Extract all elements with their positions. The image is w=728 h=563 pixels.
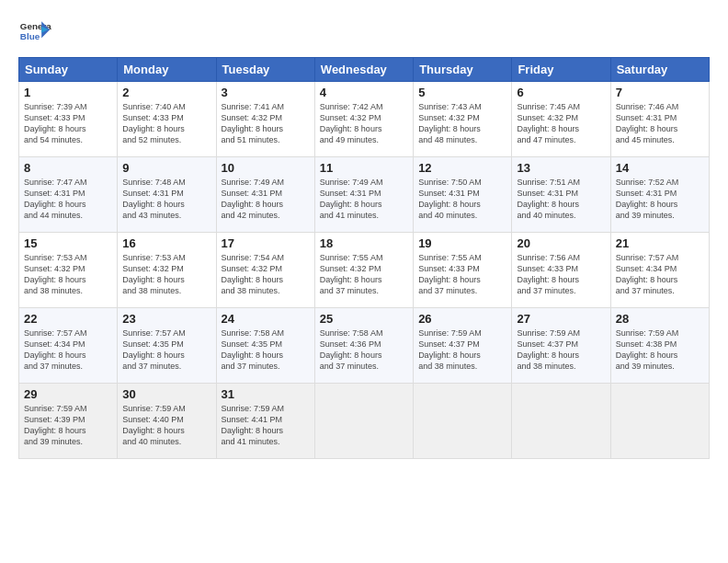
cell-info: Sunrise: 7:39 AMSunset: 4:33 PMDaylight:… (24, 101, 112, 146)
calendar-cell: 23Sunrise: 7:57 AMSunset: 4:35 PMDayligh… (118, 308, 216, 384)
day-number: 22 (24, 312, 112, 326)
calendar-table: SundayMondayTuesdayWednesdayThursdayFrid… (18, 57, 710, 459)
day-number: 1 (24, 86, 112, 99)
calendar-cell: 28Sunrise: 7:59 AMSunset: 4:38 PMDayligh… (610, 308, 709, 384)
calendar-cell: 10Sunrise: 7:49 AMSunset: 4:31 PMDayligh… (216, 157, 314, 233)
day-number: 25 (320, 312, 408, 326)
day-number: 18 (320, 236, 408, 250)
cell-info: Sunrise: 7:58 AMSunset: 4:36 PMDaylight:… (320, 327, 408, 373)
day-number: 26 (418, 312, 506, 326)
cell-info: Sunrise: 7:53 AMSunset: 4:32 PMDaylight:… (122, 252, 210, 297)
weekday-header-wednesday: Wednesday (314, 58, 413, 82)
day-number: 19 (418, 236, 506, 250)
day-number: 29 (24, 387, 112, 401)
cell-info: Sunrise: 7:41 AMSunset: 4:32 PMDaylight:… (222, 101, 310, 146)
logo-icon: General Blue (18, 15, 51, 48)
day-number: 14 (616, 161, 704, 175)
calendar-cell: 18Sunrise: 7:55 AMSunset: 4:32 PMDayligh… (314, 233, 413, 308)
calendar-cell: 4Sunrise: 7:42 AMSunset: 4:32 PMDaylight… (314, 82, 413, 157)
day-number: 24 (222, 312, 310, 326)
calendar-cell: 24Sunrise: 7:58 AMSunset: 4:35 PMDayligh… (216, 308, 314, 384)
cell-info: Sunrise: 7:57 AMSunset: 4:34 PMDaylight:… (24, 327, 112, 373)
cell-info: Sunrise: 7:47 AMSunset: 4:31 PMDaylight:… (24, 177, 112, 222)
calendar-cell: 25Sunrise: 7:58 AMSunset: 4:36 PMDayligh… (314, 308, 413, 384)
cell-info: Sunrise: 7:49 AMSunset: 4:31 PMDaylight:… (222, 177, 310, 222)
calendar-cell: 16Sunrise: 7:53 AMSunset: 4:32 PMDayligh… (118, 233, 216, 308)
day-number: 2 (122, 86, 210, 99)
calendar-cell (314, 384, 413, 459)
calendar-cell: 19Sunrise: 7:55 AMSunset: 4:33 PMDayligh… (414, 233, 512, 308)
cell-info: Sunrise: 7:54 AMSunset: 4:32 PMDaylight:… (222, 252, 310, 297)
calendar-cell: 30Sunrise: 7:59 AMSunset: 4:40 PMDayligh… (118, 384, 216, 459)
cell-info: Sunrise: 7:46 AMSunset: 4:31 PMDaylight:… (616, 101, 704, 146)
weekday-header-saturday: Saturday (610, 58, 709, 82)
calendar-cell (512, 384, 610, 459)
calendar-cell (414, 384, 512, 459)
day-number: 3 (222, 86, 310, 99)
calendar-cell: 29Sunrise: 7:59 AMSunset: 4:39 PMDayligh… (19, 384, 118, 459)
day-number: 4 (320, 86, 408, 99)
cell-info: Sunrise: 7:59 AMSunset: 4:37 PMDaylight:… (517, 327, 605, 373)
day-number: 21 (616, 236, 704, 250)
day-number: 20 (517, 236, 605, 250)
header: General Blue (18, 15, 710, 48)
week-row-3: 15Sunrise: 7:53 AMSunset: 4:32 PMDayligh… (19, 233, 710, 308)
cell-info: Sunrise: 7:59 AMSunset: 4:39 PMDaylight:… (24, 403, 112, 448)
day-number: 16 (122, 236, 210, 250)
cell-info: Sunrise: 7:55 AMSunset: 4:33 PMDaylight:… (418, 252, 506, 297)
calendar-cell: 11Sunrise: 7:49 AMSunset: 4:31 PMDayligh… (314, 157, 413, 233)
day-number: 30 (122, 387, 210, 401)
cell-info: Sunrise: 7:43 AMSunset: 4:32 PMDaylight:… (418, 101, 506, 146)
calendar-cell: 14Sunrise: 7:52 AMSunset: 4:31 PMDayligh… (610, 157, 709, 233)
cell-info: Sunrise: 7:49 AMSunset: 4:31 PMDaylight:… (320, 177, 408, 222)
calendar-cell: 27Sunrise: 7:59 AMSunset: 4:37 PMDayligh… (512, 308, 610, 384)
calendar-cell: 21Sunrise: 7:57 AMSunset: 4:34 PMDayligh… (610, 233, 709, 308)
calendar-cell: 7Sunrise: 7:46 AMSunset: 4:31 PMDaylight… (610, 82, 709, 157)
day-number: 6 (517, 86, 605, 99)
calendar-cell: 15Sunrise: 7:53 AMSunset: 4:32 PMDayligh… (19, 233, 118, 308)
calendar-cell: 22Sunrise: 7:57 AMSunset: 4:34 PMDayligh… (19, 308, 118, 384)
calendar-cell (610, 384, 709, 459)
day-number: 15 (24, 236, 112, 250)
cell-info: Sunrise: 7:42 AMSunset: 4:32 PMDaylight:… (320, 101, 408, 146)
weekday-header-tuesday: Tuesday (216, 58, 314, 82)
day-number: 28 (616, 312, 704, 326)
svg-text:Blue: Blue (20, 31, 40, 41)
day-number: 10 (222, 161, 310, 175)
week-row-5: 29Sunrise: 7:59 AMSunset: 4:39 PMDayligh… (19, 384, 710, 459)
cell-info: Sunrise: 7:51 AMSunset: 4:31 PMDaylight:… (517, 177, 605, 222)
day-number: 11 (320, 161, 408, 175)
calendar-cell: 3Sunrise: 7:41 AMSunset: 4:32 PMDaylight… (216, 82, 314, 157)
calendar-cell: 12Sunrise: 7:50 AMSunset: 4:31 PMDayligh… (414, 157, 512, 233)
day-number: 27 (517, 312, 605, 326)
weekday-header-sunday: Sunday (19, 58, 118, 82)
cell-info: Sunrise: 7:57 AMSunset: 4:35 PMDaylight:… (122, 327, 210, 373)
calendar-cell: 31Sunrise: 7:59 AMSunset: 4:41 PMDayligh… (216, 384, 314, 459)
week-row-1: 1Sunrise: 7:39 AMSunset: 4:33 PMDaylight… (19, 82, 710, 157)
day-number: 7 (616, 86, 704, 99)
day-number: 8 (24, 161, 112, 175)
calendar-cell: 1Sunrise: 7:39 AMSunset: 4:33 PMDaylight… (19, 82, 118, 157)
cell-info: Sunrise: 7:52 AMSunset: 4:31 PMDaylight:… (616, 177, 704, 222)
day-number: 17 (222, 236, 310, 250)
week-row-4: 22Sunrise: 7:57 AMSunset: 4:34 PMDayligh… (19, 308, 710, 384)
cell-info: Sunrise: 7:40 AMSunset: 4:33 PMDaylight:… (122, 101, 210, 146)
cell-info: Sunrise: 7:59 AMSunset: 4:38 PMDaylight:… (616, 327, 704, 373)
day-number: 23 (122, 312, 210, 326)
calendar-cell: 17Sunrise: 7:54 AMSunset: 4:32 PMDayligh… (216, 233, 314, 308)
weekday-header-monday: Monday (118, 58, 216, 82)
calendar-cell: 2Sunrise: 7:40 AMSunset: 4:33 PMDaylight… (118, 82, 216, 157)
weekday-header-thursday: Thursday (414, 58, 512, 82)
logo: General Blue (18, 15, 51, 48)
day-number: 12 (418, 161, 506, 175)
cell-info: Sunrise: 7:48 AMSunset: 4:31 PMDaylight:… (122, 177, 210, 222)
cell-info: Sunrise: 7:59 AMSunset: 4:40 PMDaylight:… (122, 403, 210, 448)
calendar-cell: 20Sunrise: 7:56 AMSunset: 4:33 PMDayligh… (512, 233, 610, 308)
calendar-cell: 5Sunrise: 7:43 AMSunset: 4:32 PMDaylight… (414, 82, 512, 157)
weekday-header-row: SundayMondayTuesdayWednesdayThursdayFrid… (19, 58, 710, 82)
day-number: 5 (418, 86, 506, 99)
day-number: 13 (517, 161, 605, 175)
cell-info: Sunrise: 7:56 AMSunset: 4:33 PMDaylight:… (517, 252, 605, 297)
calendar-cell: 6Sunrise: 7:45 AMSunset: 4:32 PMDaylight… (512, 82, 610, 157)
cell-info: Sunrise: 7:53 AMSunset: 4:32 PMDaylight:… (24, 252, 112, 297)
